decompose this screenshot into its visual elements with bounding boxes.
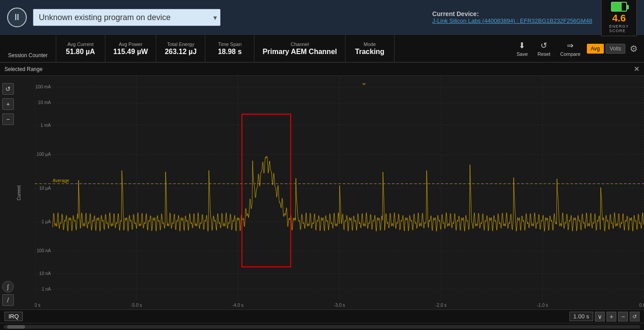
scroll-bar[interactable] — [0, 323, 644, 330]
avg-current-group: Avg Current 51.80 µA — [56, 35, 105, 62]
scroll-thumb[interactable] — [7, 325, 25, 329]
waveform-canvas — [35, 76, 644, 309]
chart-wrapper: Current — [16, 76, 644, 309]
pause-button[interactable]: ⏸ — [7, 8, 27, 27]
compare-button[interactable]: ⇒ Compare — [557, 39, 584, 58]
time-chevron-button[interactable]: ∨ — [595, 312, 605, 322]
zoom-in-button[interactable]: + — [2, 98, 14, 110]
volts-button[interactable]: Volts — [606, 44, 625, 54]
mode-label: Mode — [364, 42, 376, 47]
curve-button[interactable]: ∫ — [2, 281, 14, 292]
time-span-value: 18.98 s — [218, 48, 241, 56]
range-close-button[interactable]: ✕ — [634, 65, 640, 73]
time-minus-button[interactable]: − — [618, 312, 628, 322]
irq-label: IRQ — [4, 312, 23, 321]
selected-range-bar: Selected Range ✕ — [0, 63, 644, 76]
energy-label: ENERGYSCORE — [609, 24, 629, 33]
y-axis: Current — [16, 76, 35, 309]
total-energy-group: Total Energy 263.12 µJ — [156, 35, 205, 62]
irq-bar: IRQ 1.00 s ∨ + − ↺ — [0, 309, 644, 323]
avg-power-label: Avg Power — [119, 42, 142, 47]
save-label: Save — [516, 51, 528, 57]
zoom-reset-button[interactable]: ↺ — [2, 83, 14, 95]
channel-group: Channel Primary AEM Channel — [254, 35, 345, 62]
mode-group: Mode Tracking — [345, 35, 395, 62]
line-button[interactable]: / — [2, 294, 14, 306]
energy-score-panel: 4.6 ENERGYSCORE — [601, 0, 637, 36]
device-link[interactable]: J-Link Silicon Labs (440083894) : EFR32B… — [432, 17, 592, 24]
channel-value: Primary AEM Channel — [262, 48, 337, 56]
channel-label: Channel — [291, 42, 309, 47]
total-energy-label: Total Energy — [167, 42, 194, 47]
selected-range-label: Selected Range — [4, 66, 42, 72]
toolbar-right: ⬇ Save ↺ Reset ⇒ Compare Avg Volts ⚙ — [513, 35, 644, 62]
avg-current-label: Avg Current — [67, 42, 94, 47]
chart-area: ↺ + − ∫ / Current — [0, 76, 644, 309]
session-counter-label: Session Counter — [8, 52, 48, 58]
battery-icon — [611, 2, 627, 12]
save-icon: ⬇ — [519, 41, 525, 50]
time-span-group: Time Span 18.98 s — [205, 35, 254, 62]
total-energy-value: 263.12 µJ — [165, 48, 197, 56]
avg-power-value: 115.49 µW — [113, 48, 148, 56]
avg-current-value: 51.80 µA — [66, 48, 95, 56]
compare-icon: ⇒ — [567, 41, 573, 50]
time-span-label: Time Span — [218, 42, 242, 47]
device-info: Current Device: J-Link Silicon Labs (440… — [432, 10, 592, 24]
reset-label: Reset — [538, 51, 551, 57]
top-bar: ⏸ Unknown existing program on device Cur… — [0, 0, 644, 35]
program-selector[interactable]: Unknown existing program on device — [33, 9, 220, 26]
left-controls: ↺ + − ∫ / — [0, 76, 16, 309]
time-plus-button[interactable]: + — [607, 312, 616, 322]
device-label: Current Device: — [432, 10, 592, 17]
reset-button[interactable]: ↺ Reset — [534, 39, 554, 58]
compare-label: Compare — [560, 51, 580, 57]
program-selector-wrapper: Unknown existing program on device — [33, 9, 220, 26]
pause-icon: ⏸ — [12, 12, 21, 22]
time-reset-button[interactable]: ↺ — [630, 312, 640, 322]
bottom-left-controls: ∫ / — [2, 281, 14, 306]
avg-power-group: Avg Power 115.49 µW — [105, 35, 157, 62]
stats-bar: Session Counter Avg Current 51.80 µA Avg… — [0, 35, 644, 63]
mode-value: Tracking — [355, 48, 385, 56]
settings-button[interactable]: ⚙ — [628, 42, 640, 56]
current-axis-label: Current — [17, 185, 21, 200]
battery-fill — [612, 3, 622, 11]
avg-volts-toggle: Avg Volts — [587, 44, 625, 54]
main-chart[interactable] — [35, 76, 644, 309]
reset-icon: ↺ — [540, 41, 547, 50]
time-value: 1.00 s — [569, 312, 593, 321]
scroll-track[interactable] — [4, 325, 640, 329]
time-controls: 1.00 s ∨ + − ↺ — [569, 312, 640, 322]
session-counter-group: Session Counter — [0, 35, 56, 62]
energy-value: 4.6 — [612, 13, 626, 24]
save-button[interactable]: ⬇ Save — [513, 39, 531, 58]
zoom-out-button[interactable]: − — [2, 113, 14, 125]
avg-button[interactable]: Avg — [587, 44, 604, 54]
